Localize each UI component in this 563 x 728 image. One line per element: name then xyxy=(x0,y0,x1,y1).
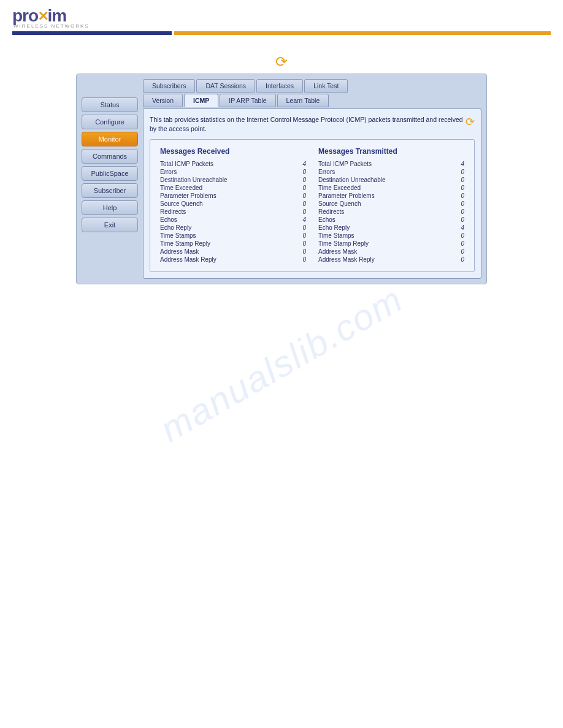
stat-value: 0 xyxy=(452,208,464,215)
messages-transmitted-rows: Total ICMP Packets4Errors0Destination Un… xyxy=(318,161,464,263)
table-row: Errors0 xyxy=(318,169,464,175)
stat-label: Address Mask Reply xyxy=(318,256,452,263)
table-row: Time Stamps0 xyxy=(318,232,464,239)
table-row: Parameter Problems0 xyxy=(318,192,464,199)
sidebar-item-publicspace[interactable]: PublicSpace xyxy=(82,166,138,181)
table-row: Time Stamp Reply0 xyxy=(160,240,306,247)
table-row: Echo Reply0 xyxy=(160,224,306,231)
table-row: Errors0 xyxy=(160,169,306,175)
table-row: Redirects0 xyxy=(318,208,464,215)
table-row: Parameter Problems0 xyxy=(160,192,306,199)
tab-ip-arp-table[interactable]: IP ARP Table xyxy=(220,94,275,107)
stat-label: Address Mask Reply xyxy=(160,256,294,263)
main-panel: Status Configure Monitor Commands Public… xyxy=(76,74,487,284)
stat-value: 0 xyxy=(294,184,306,191)
stat-value: 0 xyxy=(452,248,464,255)
sidebar-item-monitor[interactable]: Monitor xyxy=(82,132,138,146)
inner-refresh-icon[interactable]: ⟳ xyxy=(465,115,475,129)
table-row: Source Quench0 xyxy=(160,200,306,207)
messages-received-rows: Total ICMP Packets4Errors0Destination Un… xyxy=(160,161,306,263)
stat-value: 0 xyxy=(452,232,464,239)
stat-value: 0 xyxy=(452,184,464,191)
table-row: Address Mask0 xyxy=(160,248,306,255)
tab-subscribers[interactable]: Subscribers xyxy=(143,79,195,93)
stat-label: Redirects xyxy=(160,208,294,215)
tab-version[interactable]: Version xyxy=(143,94,183,107)
table-row: Destination Unreachable0 xyxy=(318,176,464,183)
stat-label: Echos xyxy=(160,216,294,223)
header-bars xyxy=(12,31,551,35)
stat-label: Source Quench xyxy=(160,200,294,207)
stat-value: 0 xyxy=(452,169,464,175)
table-row: Time Exceeded0 xyxy=(318,184,464,191)
bar-blue xyxy=(12,31,172,35)
tabs-row-2: Version ICMP IP ARP Table Learn Table xyxy=(143,94,481,107)
messages-received-col: Messages Received Total ICMP Packets4Err… xyxy=(160,147,306,264)
stat-label: Errors xyxy=(160,169,294,175)
logo-subtitle: WIRELESS NETWORKS xyxy=(13,23,90,29)
stat-label: Echo Reply xyxy=(318,224,452,231)
stat-value: 4 xyxy=(452,224,464,231)
stat-value: 0 xyxy=(294,232,306,239)
table-row: Time Exceeded0 xyxy=(160,184,306,191)
stat-label: Destination Unreachable xyxy=(318,176,452,183)
stat-value: 0 xyxy=(294,256,306,263)
table-row: Total ICMP Packets4 xyxy=(160,161,306,167)
stat-label: Parameter Problems xyxy=(318,192,452,199)
stat-label: Echo Reply xyxy=(160,224,294,231)
stat-value: 0 xyxy=(294,240,306,247)
stat-value: 0 xyxy=(294,169,306,175)
stat-label: Total ICMP Packets xyxy=(160,161,294,167)
stat-value: 0 xyxy=(294,192,306,199)
tabs-row-1: Subscribers DAT Sessions Interfaces Link… xyxy=(143,79,481,93)
stat-value: 0 xyxy=(294,248,306,255)
stat-label: Source Quench xyxy=(318,200,452,207)
tab-link-test[interactable]: Link Test xyxy=(304,79,348,93)
messages-transmitted-heading: Messages Transmitted xyxy=(318,147,464,156)
stat-label: Time Stamps xyxy=(160,232,294,239)
stat-value: 0 xyxy=(452,216,464,223)
stat-label: Parameter Problems xyxy=(160,192,294,199)
table-row: Destination Unreachable0 xyxy=(160,176,306,183)
refresh-icon[interactable]: ⟳ xyxy=(273,53,290,70)
sidebar-item-exit[interactable]: Exit xyxy=(82,218,138,232)
tab-learn-table[interactable]: Learn Table xyxy=(277,94,329,107)
stat-label: Redirects xyxy=(318,208,452,215)
table-row: Address Mask Reply0 xyxy=(318,256,464,263)
stat-value: 0 xyxy=(294,200,306,207)
sidebar: Status Configure Monitor Commands Public… xyxy=(82,79,143,279)
stat-value: 4 xyxy=(452,161,464,167)
description-text: This tab provides statistics on the Inte… xyxy=(150,115,475,133)
stat-value: 0 xyxy=(294,208,306,215)
stat-value: 0 xyxy=(452,256,464,263)
sidebar-item-subscriber[interactable]: Subscriber xyxy=(82,183,138,198)
tab-icmp[interactable]: ICMP xyxy=(184,94,218,107)
stat-label: Destination Unreachable xyxy=(160,176,294,183)
stat-label: Time Stamp Reply xyxy=(318,240,452,247)
table-row: Total ICMP Packets4 xyxy=(318,161,464,167)
sidebar-item-help[interactable]: Help xyxy=(82,200,138,215)
content-area: Subscribers DAT Sessions Interfaces Link… xyxy=(143,79,481,279)
stat-label: Time Stamp Reply xyxy=(160,240,294,247)
stat-value: 4 xyxy=(294,216,306,223)
stat-label: Total ICMP Packets xyxy=(318,161,452,167)
sidebar-item-status[interactable]: Status xyxy=(82,97,138,112)
tab-interfaces[interactable]: Interfaces xyxy=(256,79,303,93)
stat-label: Address Mask xyxy=(160,248,294,255)
stat-value: 0 xyxy=(452,176,464,183)
refresh-area: ⟳ xyxy=(0,53,563,70)
stat-value: 4 xyxy=(294,161,306,167)
table-row: Time Stamps0 xyxy=(160,232,306,239)
messages-transmitted-col: Messages Transmitted Total ICMP Packets4… xyxy=(318,147,464,264)
stat-label: Echos xyxy=(318,216,452,223)
header: pro×im WIRELESS NETWORKS xyxy=(0,0,563,35)
stat-label: Time Exceeded xyxy=(318,184,452,191)
stat-value: 0 xyxy=(294,176,306,183)
stat-value: 0 xyxy=(452,240,464,247)
sidebar-item-configure[interactable]: Configure xyxy=(82,115,138,129)
stat-label: Time Exceeded xyxy=(160,184,294,191)
sidebar-item-commands[interactable]: Commands xyxy=(82,149,138,164)
tab-dat-sessions[interactable]: DAT Sessions xyxy=(196,79,255,93)
messages-received-heading: Messages Received xyxy=(160,147,306,156)
table-row: Echos0 xyxy=(318,216,464,223)
